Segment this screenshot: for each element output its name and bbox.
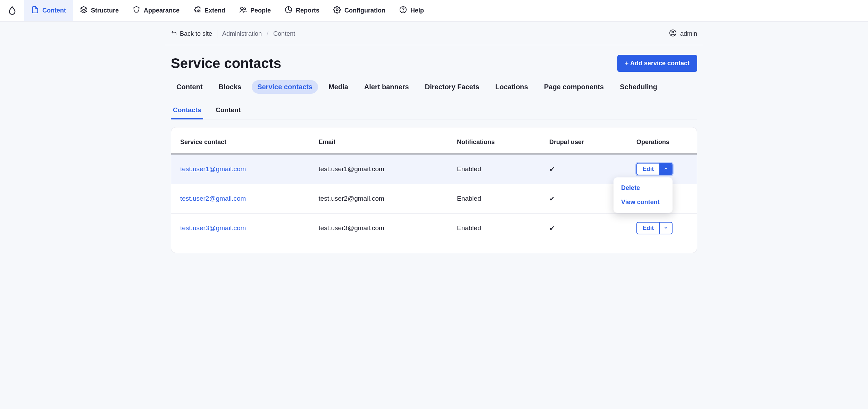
dropbutton-toggle[interactable] [660,223,672,234]
contact-notifications: Enabled [448,184,540,214]
secondary-tabs: Contacts Content [171,102,697,119]
operations-dropbutton: Edit [636,222,673,234]
contact-email: test.user3@gmail.com [310,214,448,243]
contact-name-link[interactable]: test.user3@gmail.com [180,224,246,232]
table-row: test.user1@gmail.com test.user1@gmail.co… [171,154,697,184]
tab-blocks[interactable]: Blocks [213,80,247,94]
contact-email: test.user1@gmail.com [310,154,448,184]
svg-point-1 [244,8,246,10]
back-arrow-icon [171,30,177,38]
chart-icon [285,6,292,15]
toolbar-item-label: Content [42,7,66,14]
toolbar-item-label: Extend [205,7,225,14]
user-menu[interactable]: admin [669,29,697,39]
puzzle-icon [193,6,201,15]
contact-email: test.user2@gmail.com [310,184,448,214]
col-drupal-user: Drupal user [540,131,627,154]
toolbar-item-configuration[interactable]: Configuration [326,0,392,21]
help-icon [399,6,407,15]
layers-icon [80,6,87,15]
toolbar-item-appearance[interactable]: Appearance [126,0,186,21]
col-notifications: Notifications [448,131,540,154]
admin-toolbar: Content Structure Appearance Extend Peop… [0,0,868,22]
back-to-site-link[interactable]: Back to site [171,30,212,38]
subtab-content[interactable]: Content [214,102,243,119]
toolbar-item-extend[interactable]: Extend [186,0,232,21]
tab-media[interactable]: Media [323,80,354,94]
dropbutton-toggle[interactable] [660,164,672,175]
toolbar-item-label: Reports [296,7,319,14]
svg-point-0 [241,7,243,10]
contact-drupal-user: ✔ [540,214,627,243]
back-to-site-label: Back to site [180,30,212,37]
toolbar-item-content[interactable]: Content [24,0,73,21]
listing-card: Service contact Email Notifications Drup… [171,127,697,253]
toolbar-item-label: People [250,7,271,14]
breadcrumb-separator: / [267,30,268,37]
tab-service-contacts[interactable]: Service contacts [252,80,318,94]
toolbar-item-label: Structure [91,7,119,14]
col-email: Email [310,131,448,154]
breadcrumb-bar: Back to site Administration / Content ad… [165,22,703,45]
user-icon [669,29,677,39]
table-row: test.user3@gmail.com test.user3@gmail.co… [171,214,697,243]
edit-button[interactable]: Edit [637,223,660,234]
drupal-logo-icon[interactable] [0,0,24,21]
contact-notifications: Enabled [448,154,540,184]
contact-notifications: Enabled [448,214,540,243]
file-icon [31,6,39,15]
toolbar-item-label: Help [410,7,424,14]
contact-name-link[interactable]: test.user1@gmail.com [180,165,246,173]
people-icon [239,6,247,15]
tab-directory-facets[interactable]: Directory Facets [419,80,485,94]
contact-name-link[interactable]: test.user2@gmail.com [180,195,246,202]
tab-locations[interactable]: Locations [490,80,534,94]
toolbar-item-structure[interactable]: Structure [73,0,126,21]
primary-tabs: Content Blocks Service contacts Media Al… [171,80,697,94]
toolbar-item-help[interactable]: Help [392,0,431,21]
gear-icon [333,6,341,15]
shield-icon [133,6,140,15]
add-service-contact-button[interactable]: + Add service contact [617,55,697,72]
col-service-contact: Service contact [171,131,310,154]
chevron-down-icon [663,224,668,232]
tab-content[interactable]: Content [171,80,208,94]
tab-page-components[interactable]: Page components [539,80,609,94]
toolbar-item-label: Configuration [344,7,385,14]
toolbar-item-label: Appearance [144,7,180,14]
user-name: admin [680,30,697,37]
menu-item-delete[interactable]: Delete [614,181,673,195]
tab-scheduling[interactable]: Scheduling [614,80,663,94]
page-header: Service contacts + Add service contact [171,51,697,72]
service-contacts-table: Service contact Email Notifications Drup… [171,131,697,243]
menu-item-view-content[interactable]: View content [614,195,673,209]
operations-menu: Delete View content [614,177,673,213]
col-operations: Operations [627,131,697,154]
breadcrumb-item[interactable]: Administration [222,30,262,37]
toolbar-item-reports[interactable]: Reports [278,0,326,21]
svg-point-3 [336,9,338,11]
breadcrumb-divider [217,30,217,38]
svg-point-5 [403,11,403,12]
svg-point-7 [672,31,674,33]
tab-alert-banners[interactable]: Alert banners [359,80,415,94]
toolbar-item-people[interactable]: People [232,0,278,21]
breadcrumb-item[interactable]: Content [273,30,295,37]
edit-button[interactable]: Edit [637,164,660,175]
chevron-up-icon [663,165,668,173]
subtab-contacts[interactable]: Contacts [171,102,203,119]
page-title: Service contacts [171,56,281,71]
operations-dropbutton: Edit [636,163,673,175]
